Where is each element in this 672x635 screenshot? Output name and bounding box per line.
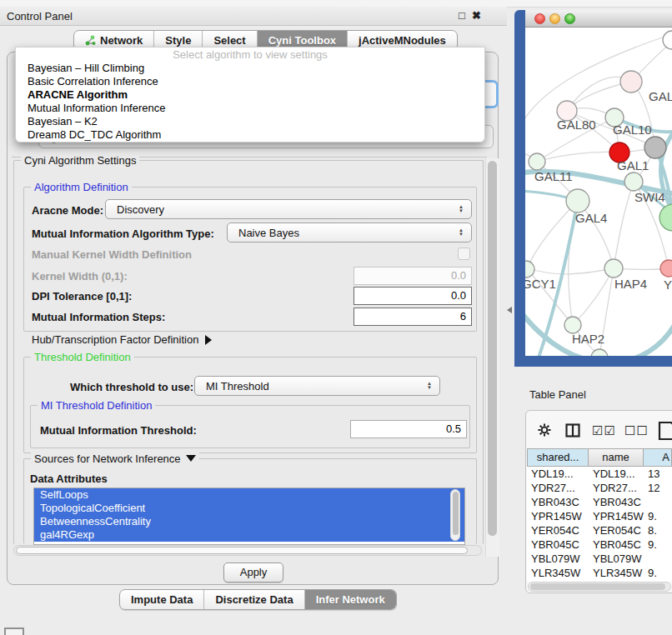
minimize-traffic-icon[interactable]	[549, 13, 560, 24]
column-header-name[interactable]: name	[589, 448, 644, 467]
aracne-mode-combo[interactable]: Discovery ▲▼	[105, 199, 472, 219]
settings-hscrollbar[interactable]	[13, 545, 482, 556]
dpi-tolerance-label: DPI Tolerance [0,1]:	[32, 290, 132, 302]
algorithm-option-aracne-algorithm[interactable]: ARACNE Algorithm	[16, 88, 484, 102]
node-label-gal10: GAL10	[613, 122, 652, 137]
splitter-collapse-icon[interactable]	[507, 307, 512, 313]
expander-right-icon	[205, 335, 212, 345]
settings-vscrollbar[interactable]	[485, 158, 499, 557]
table-row[interactable]: YLR345WYLR345W9.	[527, 566, 672, 580]
data-attributes-list[interactable]: SelfLoopsTopologicalCoefficientBetweenne…	[33, 488, 465, 545]
dock-mini-icon[interactable]	[4, 628, 24, 635]
table-cell: 9.	[644, 509, 672, 523]
network-window-frame	[514, 10, 525, 367]
table-body: YDL19...YDL19...13YDR27...YDR27...12YBR0…	[527, 467, 672, 582]
node-label-y: Y	[664, 278, 672, 292]
apply-button[interactable]: Apply	[223, 562, 283, 582]
tab-label: Style	[165, 34, 191, 47]
attribute-item[interactable]: BetweennessCentrality	[34, 515, 464, 528]
kernel-width-label: Kernel Width (0,1):	[32, 270, 128, 282]
table-row[interactable]: YDR27...YDR27...12	[527, 481, 672, 495]
network-node[interactable]	[660, 260, 672, 277]
tab-infer-network[interactable]: Infer Network	[304, 590, 396, 609]
network-node[interactable]	[564, 317, 581, 333]
screen: { "colors": { "selection_blue": "#3f6fd8…	[0, 0, 672, 635]
mi-threshold-label: Mutual Information Threshold:	[40, 424, 197, 437]
show-columns-icon[interactable]	[565, 423, 580, 441]
close-traffic-icon[interactable]	[534, 13, 545, 24]
tab-discretize-data[interactable]: Discretize Data	[203, 590, 303, 609]
function-builder-icon[interactable]	[658, 421, 672, 441]
mi-type-combo[interactable]: Naive Bayes ▲▼	[227, 222, 472, 242]
mi-type-label: Mutual Information Algorithm Type:	[32, 228, 214, 240]
algorithm-placeholder: Select algorithm to view settings	[16, 48, 484, 62]
checked-checkboxes-icon[interactable]: ☑☑	[592, 423, 616, 438]
node-label-hap2: HAP2	[572, 332, 604, 346]
network-node[interactable]	[620, 71, 642, 92]
mi-steps-label: Mutual Information Steps:	[32, 311, 165, 323]
dpi-tolerance-field[interactable]: 0.0	[354, 287, 472, 305]
table-cell	[644, 552, 672, 566]
table-cell: 12	[644, 481, 672, 495]
algorithm-option-bayesian-hill-climbing[interactable]: Bayesian – Hill Climbing	[16, 62, 484, 75]
table-hscrollbar[interactable]	[528, 582, 671, 592]
algorithm-option-basic-correlation-inference[interactable]: Basic Correlation Inference	[16, 75, 484, 88]
tab-label: Impute Data	[131, 593, 193, 606]
table-row[interactable]: YBL079WYBL079W	[527, 552, 672, 566]
which-threshold-combo[interactable]: MI Threshold ▲▼	[194, 376, 440, 396]
algorithm-option-mutual-information-inference[interactable]: Mutual Information Inference	[16, 102, 484, 115]
table-cell: YDL19...	[527, 467, 589, 481]
network-node[interactable]	[624, 172, 643, 191]
table-cell: 9.	[644, 566, 672, 580]
table-row[interactable]: YER054CYER054C8.	[527, 523, 672, 538]
which-threshold-value: MI Threshold	[195, 380, 423, 392]
table-cell: YPR145W	[527, 509, 589, 523]
column-header-shared[interactable]: shared...	[527, 448, 589, 467]
network-node[interactable]	[663, 31, 672, 49]
table-settings-gear-icon[interactable]	[537, 422, 552, 441]
algorithm-option-dream8-dc-tdc-algorithm[interactable]: Dream8 DC_TDC Algorithm	[16, 128, 484, 142]
node-label-gal80: GAL80	[557, 118, 596, 132]
sources-title-text: Sources for Network Inference	[34, 452, 181, 465]
node-label-swi4: SWI4	[634, 190, 665, 204]
hub-definition-expander[interactable]: Hub/Transcription Factor Definition	[32, 333, 212, 346]
mi-threshold-field[interactable]: 0.5	[350, 420, 467, 438]
table-cell: YBR045C	[527, 538, 589, 552]
algorithm-option-bayesian-k2[interactable]: Bayesian – K2	[16, 115, 484, 128]
column-header-a[interactable]: A	[644, 448, 672, 467]
tab-label: jActiveMNodules	[359, 34, 446, 47]
attribute-item[interactable]: TopologicalCoefficient	[34, 502, 464, 515]
network-node[interactable]	[525, 261, 534, 278]
algorithm-definition-title: Algorithm Definition	[31, 181, 132, 193]
table-row[interactable]: YPR145WYPR145W9.	[527, 509, 672, 523]
network-node[interactable]	[659, 204, 672, 231]
table-row[interactable]: YBR043CYBR043C	[527, 495, 672, 509]
zoom-traffic-icon[interactable]	[564, 13, 575, 24]
data-attributes-label: Data Attributes	[30, 472, 108, 485]
network-node[interactable]	[644, 137, 666, 158]
network-window-frame	[514, 356, 672, 367]
network-node[interactable]	[604, 259, 623, 278]
network-icon	[85, 35, 96, 46]
network-canvas[interactable]: GAL7GAL80GAL10GAL1SWI4GAL11GAL4GCY1HAP4Y…	[525, 28, 672, 356]
tab-impute-data[interactable]: Impute Data	[120, 590, 203, 609]
float-window-icon[interactable]: □	[459, 9, 465, 22]
attribute-item[interactable]: gal4RGexp	[34, 528, 464, 542]
network-edge	[614, 182, 634, 268]
algorithm-dropdown-popup: Select algorithm to view settings Bayesi…	[15, 47, 485, 142]
table-row[interactable]: YBR045CYBR045C9.	[527, 538, 672, 552]
network-node[interactable]	[529, 153, 545, 170]
expander-down-icon[interactable]	[186, 455, 196, 462]
table-cell: YBR045C	[589, 538, 644, 552]
table-row[interactable]: YDL19...YDL19...13	[527, 467, 672, 481]
attribute-list-scrollbar[interactable]	[450, 489, 460, 541]
attribute-item[interactable]: SelfLoops	[34, 488, 464, 502]
mi-steps-field[interactable]: 6	[354, 308, 472, 326]
close-window-icon[interactable]: ✖	[472, 9, 481, 22]
table-cell: YER054C	[527, 523, 589, 538]
unchecked-checkboxes-icon[interactable]: ☐☐	[624, 423, 649, 438]
sources-group-title: Sources for Network Inference	[31, 452, 199, 465]
kernel-width-field: 0.0	[354, 267, 472, 285]
network-node[interactable]	[566, 189, 589, 212]
control-panel-titlebar	[0, 7, 507, 26]
